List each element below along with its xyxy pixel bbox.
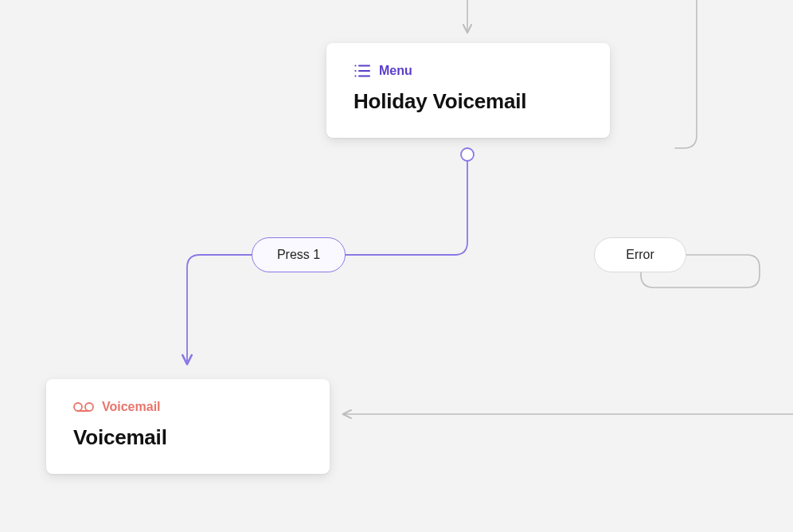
connector-circle-holiday-bottom [461, 148, 474, 161]
pill-error[interactable]: Error [594, 237, 686, 272]
svg-point-7 [85, 403, 93, 411]
menu-icon [354, 64, 371, 78]
svg-point-6 [74, 403, 82, 411]
node-type-row: Voicemail [73, 400, 303, 414]
pill-press-1[interactable]: Press 1 [252, 237, 346, 272]
pill-label: Press 1 [277, 248, 320, 262]
node-title: Voicemail [73, 425, 303, 450]
node-voicemail[interactable]: Voicemail Voicemail [46, 379, 330, 474]
node-type-row: Menu [354, 64, 583, 78]
flow-canvas[interactable]: Menu Holiday Voicemail Press 1 Error Voi… [0, 0, 793, 532]
svg-point-1 [354, 70, 356, 72]
edge-press1-to-voicemail [187, 255, 252, 363]
node-type-label: Menu [379, 64, 412, 78]
voicemail-icon [73, 401, 94, 413]
edge-holiday-to-press1-right [346, 161, 467, 255]
svg-point-0 [354, 65, 356, 66]
svg-point-2 [354, 75, 356, 76]
pill-label: Error [626, 248, 654, 262]
node-type-label: Voicemail [102, 400, 161, 414]
node-holiday-voicemail[interactable]: Menu Holiday Voicemail [326, 43, 610, 138]
edge-topright-stub [675, 0, 697, 148]
node-title: Holiday Voicemail [354, 89, 583, 114]
